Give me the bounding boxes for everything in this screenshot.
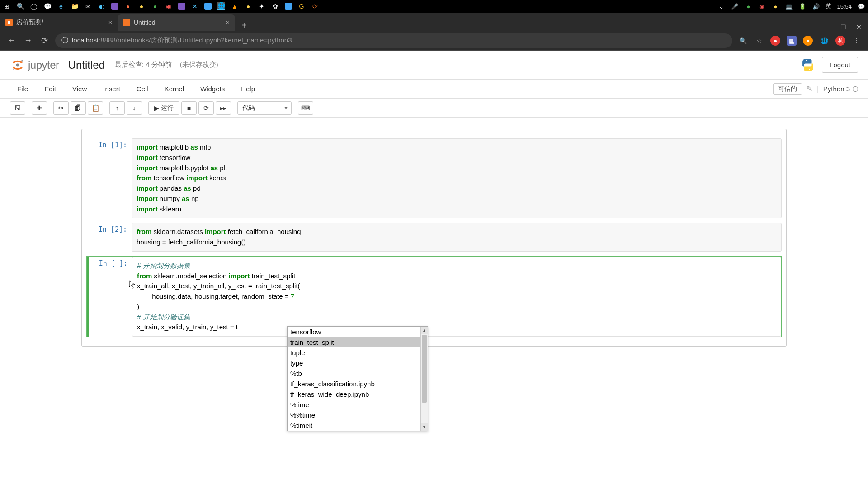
tray-mic-icon[interactable]: 🎤 — [731, 2, 739, 10]
code-cell[interactable]: In [1]:import matplotlib as mlp import t… — [86, 138, 782, 218]
ext-icon-2[interactable]: ▦ — [787, 36, 797, 46]
profile-avatar[interactable]: 杭 — [835, 36, 845, 46]
app-icon-5[interactable]: ◉ — [165, 2, 173, 10]
autocomplete-item[interactable]: type — [288, 358, 428, 368]
restart-run-all-button[interactable]: ▸▸ — [216, 101, 231, 115]
task-view-icon[interactable]: ◯ — [30, 2, 38, 10]
menu-edit[interactable]: Edit — [37, 82, 63, 95]
move-up-button[interactable]: ↑ — [109, 101, 125, 115]
site-info-icon[interactable]: ⓘ — [61, 36, 68, 45]
move-down-button[interactable]: ↓ — [127, 101, 142, 115]
windows-start-icon[interactable]: ⊞ — [3, 2, 11, 10]
copy-button[interactable]: 🗐 — [71, 101, 86, 115]
app-icon-8[interactable] — [204, 3, 212, 10]
menu-help[interactable]: Help — [234, 82, 262, 95]
cell-type-select[interactable]: 代码 — [237, 101, 292, 115]
tray-wechat-icon[interactable]: ● — [744, 2, 752, 10]
restart-button[interactable]: ⟳ — [198, 101, 214, 115]
menu-file[interactable]: File — [10, 82, 35, 95]
zoom-icon[interactable]: 🔍 — [738, 36, 748, 46]
app-icon-6[interactable] — [178, 3, 185, 10]
code-cell[interactable]: In [2]:from sklearn.datasets import fetc… — [86, 223, 782, 252]
code-input[interactable]: import matplotlib as mlp import tensorfl… — [132, 138, 782, 218]
menu-widgets[interactable]: Widgets — [193, 82, 232, 95]
logout-button[interactable]: Logout — [822, 57, 858, 73]
app-icon-3[interactable]: ● — [124, 2, 132, 10]
notification-icon[interactable]: 💬 — [857, 2, 865, 10]
app-icon-9[interactable]: ▲ — [231, 2, 239, 10]
autocomplete-item[interactable]: tuple — [288, 347, 428, 358]
app-icon-1[interactable]: ◐ — [98, 2, 106, 10]
code-input[interactable]: # 开始划分数据集 from sklearn.model_selection i… — [132, 257, 781, 337]
notebook-title[interactable]: Untitled — [68, 59, 105, 71]
jupyter-logo[interactable]: jupyter — [10, 57, 59, 73]
close-tab-icon[interactable]: × — [226, 19, 230, 26]
tray-battery-icon[interactable]: 🔋 — [798, 2, 807, 10]
close-window-icon[interactable]: ✕ — [856, 23, 862, 31]
code-cell[interactable]: In [ ]:# 开始划分数据集 from sklearn.model_sele… — [86, 256, 782, 337]
paste-button[interactable]: 📋 — [88, 101, 103, 115]
autocomplete-item[interactable]: tf_keras_wide_deep.ipynb — [288, 389, 428, 399]
kernel-indicator[interactable]: Python 3 — [823, 85, 858, 93]
command-palette-button[interactable]: ⌨ — [298, 101, 313, 115]
autocomplete-item[interactable]: tf_keras_classification.ipynb — [288, 379, 428, 389]
ext-icon-3[interactable]: ● — [803, 36, 813, 46]
new-tab-button[interactable]: + — [235, 20, 253, 31]
autocomplete-popup[interactable]: tensorflowtrain_test_splittupletype%tbtf… — [287, 326, 428, 431]
app-icon-7[interactable]: ✕ — [191, 2, 199, 10]
maximize-window-icon[interactable]: ☐ — [840, 23, 846, 31]
edit-metadata-icon[interactable]: ✎ — [807, 84, 812, 93]
tray-app-icon-2[interactable]: ● — [771, 2, 779, 10]
browser-tab-1[interactable]: 房价预测/ × — [0, 14, 118, 31]
code-input[interactable]: from sklearn.datasets import fetch_calif… — [132, 223, 782, 252]
tray-chevron-icon[interactable]: ⌄ — [717, 2, 725, 10]
tray-network-icon[interactable]: 💻 — [785, 2, 793, 10]
cortana-icon[interactable]: 💬 — [43, 2, 52, 10]
bookmark-star-icon[interactable]: ☆ — [754, 36, 764, 46]
close-tab-icon[interactable]: × — [108, 19, 112, 26]
autocomplete-scrollbar[interactable]: ▴▾ — [420, 327, 428, 431]
clock[interactable]: 15:54 — [837, 3, 852, 10]
trusted-indicator[interactable]: 可信的 — [773, 83, 802, 95]
mail-icon[interactable]: ✉ — [84, 2, 92, 10]
menu-insert[interactable]: Insert — [96, 82, 127, 95]
minimize-window-icon[interactable]: ― — [824, 23, 830, 31]
browser-tab-2[interactable]: Untitled × — [118, 14, 235, 31]
interrupt-button[interactable]: ■ — [181, 101, 197, 115]
autocomplete-item[interactable]: tensorflow — [288, 327, 428, 337]
app-icon-13[interactable] — [285, 3, 292, 10]
tray-volume-icon[interactable]: 🔊 — [812, 2, 820, 10]
autocomplete-item[interactable]: %%time — [288, 410, 428, 420]
explorer-icon[interactable]: 📁 — [71, 2, 79, 10]
back-button[interactable]: ← — [6, 36, 17, 45]
reload-button[interactable]: ⟳ — [39, 36, 50, 46]
insert-cell-button[interactable]: ✚ — [32, 101, 47, 115]
chrome-icon[interactable]: 🌐 — [217, 2, 225, 10]
menu-cell[interactable]: Cell — [129, 82, 156, 95]
app-icon-14[interactable]: G — [297, 2, 306, 10]
tray-app-icon-1[interactable]: ◉ — [758, 2, 766, 10]
app-icon-4[interactable]: ● — [137, 2, 146, 10]
run-button[interactable]: ▶ 运行 — [148, 101, 179, 115]
save-button[interactable]: 🖫 — [10, 101, 25, 115]
browser-menu-icon[interactable]: ⋮ — [852, 36, 862, 46]
address-bar[interactable]: ⓘ localhost:8888/notebooks/房价预测/Untitled… — [55, 33, 732, 48]
app-icon-15[interactable]: ⟳ — [311, 2, 319, 10]
cut-button[interactable]: ✂ — [53, 101, 69, 115]
app-icon-2[interactable] — [111, 3, 118, 10]
search-icon[interactable]: 🔍 — [16, 2, 24, 10]
autocomplete-item[interactable]: %tb — [288, 368, 428, 379]
autocomplete-item[interactable]: %time — [288, 399, 428, 410]
menu-kernel[interactable]: Kernel — [157, 82, 191, 95]
menu-view[interactable]: View — [65, 82, 94, 95]
app-icon-10[interactable]: ● — [244, 2, 252, 10]
autocomplete-item[interactable]: %timeit — [288, 420, 428, 431]
ime-indicator[interactable]: 英 — [826, 2, 831, 10]
edge-icon[interactable]: e — [57, 2, 65, 10]
app-icon-12[interactable]: ✿ — [271, 2, 279, 10]
autocomplete-item[interactable]: train_test_split — [288, 337, 428, 347]
ext-icon-1[interactable]: ● — [770, 36, 780, 46]
app-icon-11[interactable]: ✦ — [258, 2, 266, 10]
forward-button[interactable]: → — [23, 36, 33, 45]
wechat-icon[interactable]: ● — [151, 2, 159, 10]
